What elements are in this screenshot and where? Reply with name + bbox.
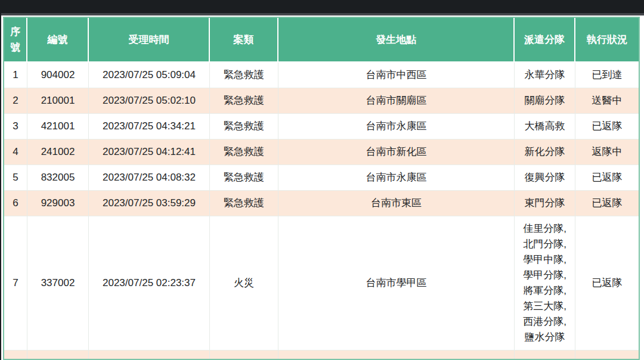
cell-id: 337002 (27, 216, 89, 350)
table-row-partial (4, 350, 639, 360)
cell-squad (515, 350, 575, 360)
cell-status: 已返隊 (575, 191, 639, 216)
cell-location: 台南市關廟區 (278, 88, 515, 114)
cell-location: 台南市中西區 (278, 63, 515, 88)
table-row: 22100012023/07/25 05:02:10緊急救護台南市關廟區關廟分隊… (4, 88, 639, 114)
cell-status: 送醫中 (575, 88, 639, 114)
cell-seq (4, 350, 27, 360)
cell-type (210, 350, 278, 360)
top-bar-divider (0, 13, 644, 15)
cell-seq: 1 (4, 63, 27, 88)
cell-location: 台南市東區 (278, 191, 515, 216)
cell-seq: 2 (4, 88, 27, 114)
cell-squad: 東門分隊 (515, 191, 575, 216)
cell-type: 緊急救護 (210, 88, 278, 114)
cell-location: 台南市永康區 (278, 165, 515, 191)
cell-id: 832005 (27, 165, 89, 191)
cell-id: 904002 (27, 63, 89, 88)
column-header-type: 案類 (210, 18, 278, 63)
table-header: 序號編號受理時間案類發生地點派遣分隊執行狀況 (4, 18, 639, 63)
cell-status: 已返隊 (575, 216, 639, 350)
cell-time: 2023/07/25 04:12:41 (89, 139, 210, 165)
cell-squad: 新化分隊 (515, 139, 575, 165)
table-row: 58320052023/07/25 04:08:32緊急救護台南市永康區復興分隊… (4, 165, 639, 191)
cell-id (27, 350, 89, 360)
cell-squad: 永華分隊 (515, 63, 575, 88)
cell-id: 421001 (27, 114, 89, 139)
column-header-location: 發生地點 (278, 18, 515, 63)
dispatch-table-wrapper: 序號編號受理時間案類發生地點派遣分隊執行狀況 19040022023/07/25… (3, 17, 640, 360)
column-header-id: 編號 (27, 18, 89, 63)
column-header-time: 受理時間 (89, 18, 210, 63)
cell-time: 2023/07/25 04:08:32 (89, 165, 210, 191)
cell-seq: 3 (4, 114, 27, 139)
column-header-squad: 派遣分隊 (515, 18, 575, 63)
cell-type: 火災 (210, 216, 278, 350)
table-row: 69290032023/07/25 03:59:29緊急救護台南市東區東門分隊已… (4, 191, 639, 216)
table-row: 19040022023/07/25 05:09:04緊急救護台南市中西區永華分隊… (4, 63, 639, 88)
cell-type: 緊急救護 (210, 63, 278, 88)
cell-location: 台南市學甲區 (278, 216, 515, 350)
cell-location: 台南市新化區 (278, 139, 515, 165)
cell-squad: 復興分隊 (515, 165, 575, 191)
cell-id: 210001 (27, 88, 89, 114)
cell-time: 2023/07/25 03:59:29 (89, 191, 210, 216)
top-bar (0, 0, 644, 13)
cell-status: 已到達 (575, 63, 639, 88)
cell-seq: 5 (4, 165, 27, 191)
cell-type: 緊急救護 (210, 114, 278, 139)
cell-location: 台南市永康區 (278, 114, 515, 139)
cell-time (89, 350, 210, 360)
cell-seq: 6 (4, 191, 27, 216)
cell-type: 緊急救護 (210, 165, 278, 191)
header-row: 序號編號受理時間案類發生地點派遣分隊執行狀況 (4, 18, 639, 63)
cell-squad: 大橋高救 (515, 114, 575, 139)
cell-type: 緊急救護 (210, 191, 278, 216)
cell-id: 241002 (27, 139, 89, 165)
cell-squad: 關廟分隊 (515, 88, 575, 114)
table-row: 73370022023/07/25 02:23:37火災台南市學甲區佳里分隊, … (4, 216, 639, 350)
cell-time: 2023/07/25 02:23:37 (89, 216, 210, 350)
table-row: 42410022023/07/25 04:12:41緊急救護台南市新化區新化分隊… (4, 139, 639, 165)
dispatch-table: 序號編號受理時間案類發生地點派遣分隊執行狀況 19040022023/07/25… (4, 18, 639, 360)
cell-status: 返隊中 (575, 139, 639, 165)
cell-status: 已返隊 (575, 165, 639, 191)
page-left-edge (0, 0, 1, 360)
cell-status: 已返隊 (575, 114, 639, 139)
cell-time: 2023/07/25 05:02:10 (89, 88, 210, 114)
cell-time: 2023/07/25 04:34:21 (89, 114, 210, 139)
cell-time: 2023/07/25 05:09:04 (89, 63, 210, 88)
cell-seq: 4 (4, 139, 27, 165)
column-header-seq: 序號 (4, 18, 27, 63)
cell-status (575, 350, 639, 360)
cell-location (278, 350, 515, 360)
column-header-status: 執行狀況 (575, 18, 639, 63)
cell-squad: 佳里分隊, 北門分隊, 學甲中隊, 學甲分隊, 將軍分隊, 第三大隊, 西港分隊… (515, 216, 575, 350)
cell-type: 緊急救護 (210, 139, 278, 165)
cell-id: 929003 (27, 191, 89, 216)
cell-seq: 7 (4, 216, 27, 350)
table-row: 34210012023/07/25 04:34:21緊急救護台南市永康區大橋高救… (4, 114, 639, 139)
